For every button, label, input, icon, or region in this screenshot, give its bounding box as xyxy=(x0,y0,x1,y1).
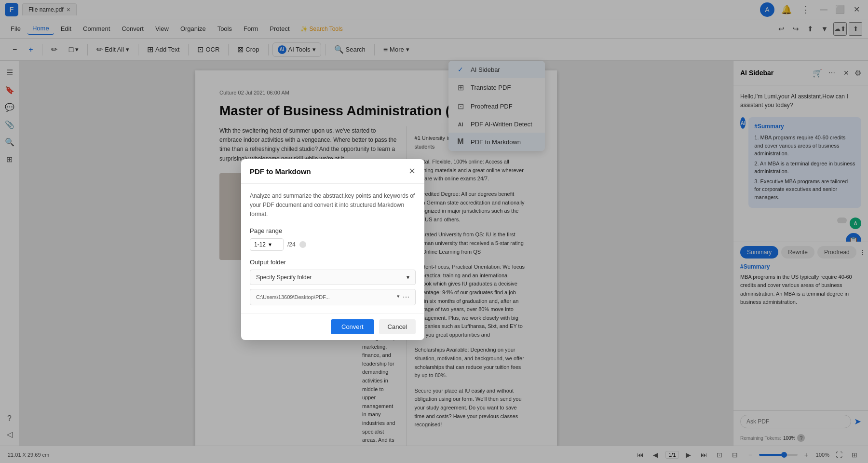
dialog-header: PDF to Markdown ✕ xyxy=(241,159,424,184)
dialog-close-button[interactable]: ✕ xyxy=(408,166,416,177)
dialog-page-range: 1-12 ▾ /24 xyxy=(250,238,416,251)
dialog-description: Analyze and summarize the abstract,key p… xyxy=(250,191,416,219)
cancel-button[interactable]: Cancel xyxy=(379,319,416,334)
dialog-path-value: C:\Users\13609\Desktop\PDF... xyxy=(256,294,330,300)
dialog-output-folder-label: Output folder xyxy=(250,259,416,266)
page-total: /24 xyxy=(287,241,296,248)
dialog-body: Analyze and summarize the abstract,key p… xyxy=(241,184,424,313)
dialog-overlay[interactable]: PDF to Markdown ✕ Analyze and summarize … xyxy=(0,0,868,463)
dialog-path-row: C:\Users\13609\Desktop\PDF... ▾ ⋯ xyxy=(250,289,416,305)
page-indicator xyxy=(299,241,306,248)
dialog-path-arrow[interactable]: ▾ xyxy=(397,293,400,301)
dialog-path-controls: ▾ ⋯ xyxy=(397,293,409,301)
dialog-path-more-button[interactable]: ⋯ xyxy=(403,293,409,301)
page-range-select[interactable]: 1-12 ▾ xyxy=(250,238,284,251)
dialog-page-range-label: Page range xyxy=(250,227,416,234)
page-range-value: 1-12 xyxy=(254,241,266,248)
dialog-folder-placeholder: Specify Specify folder xyxy=(256,274,312,281)
pdf-to-markdown-dialog: PDF to Markdown ✕ Analyze and summarize … xyxy=(241,159,424,340)
page-range-arrow: ▾ xyxy=(269,241,271,248)
dialog-folder-arrow: ▾ xyxy=(407,274,409,281)
dialog-title: PDF to Markdown xyxy=(250,167,311,176)
convert-button[interactable]: Convert xyxy=(331,319,374,334)
dialog-footer: Convert Cancel xyxy=(241,313,424,340)
dialog-folder-select[interactable]: Specify Specify folder ▾ xyxy=(250,270,416,285)
